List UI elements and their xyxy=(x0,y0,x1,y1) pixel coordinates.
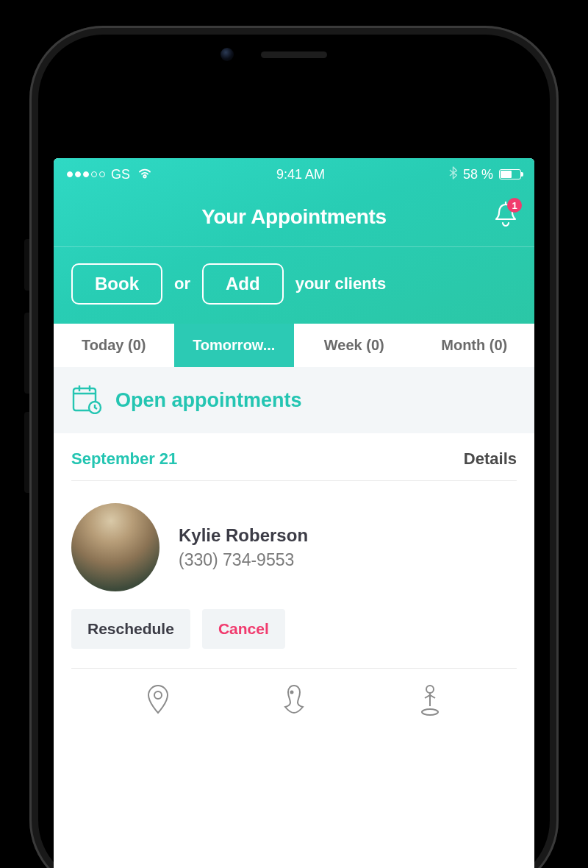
title-row: Your Appointments 1 xyxy=(54,191,534,246)
front-camera xyxy=(220,48,234,61)
notification-badge: 1 xyxy=(507,198,522,213)
tab-week[interactable]: Week (0) xyxy=(294,324,415,367)
nav-profile-icon[interactable] xyxy=(282,684,306,718)
nav-person-icon[interactable] xyxy=(417,683,442,719)
cancel-button[interactable]: Cancel xyxy=(202,609,285,649)
wifi-icon xyxy=(137,167,152,182)
client-row: Kylie Roberson (330) 734-9553 xyxy=(71,481,517,609)
battery-percent: 58 % xyxy=(463,167,493,182)
svg-point-3 xyxy=(290,691,293,694)
speaker-grill xyxy=(261,51,327,58)
tab-bar: Today (0) Tomorrow... Week (0) Month (0) xyxy=(54,324,534,367)
notifications-button[interactable]: 1 xyxy=(493,202,518,232)
details-link[interactable]: Details xyxy=(464,449,517,469)
nav-location-icon[interactable] xyxy=(146,684,171,718)
svg-point-2 xyxy=(154,691,162,699)
page-title: Your Appointments xyxy=(201,205,387,229)
client-info: Kylie Roberson (330) 734-9553 xyxy=(179,525,308,570)
phone-frame: GS 9:41 AM 58 % Your Appoin xyxy=(29,26,559,868)
bluetooth-icon xyxy=(449,166,457,183)
tab-tomorrow[interactable]: Tomorrow... xyxy=(174,324,295,367)
phone-notch xyxy=(261,51,327,58)
action-row: Book or Add your clients xyxy=(54,247,534,324)
action-suffix: your clients xyxy=(295,274,386,294)
screen: GS 9:41 AM 58 % Your Appoin xyxy=(54,158,534,868)
status-bar: GS 9:41 AM 58 % xyxy=(54,158,534,191)
tab-today[interactable]: Today (0) xyxy=(54,324,174,367)
client-phone: (330) 734-9553 xyxy=(179,550,308,570)
svg-point-4 xyxy=(426,686,434,693)
status-right: 58 % xyxy=(449,166,521,183)
date-row: September 21 Details xyxy=(71,433,517,481)
avatar[interactable] xyxy=(71,503,159,591)
calendar-clock-icon xyxy=(71,383,102,417)
book-button[interactable]: Book xyxy=(71,263,162,305)
add-button[interactable]: Add xyxy=(202,263,284,305)
appointment-actions: Reschedule Cancel xyxy=(71,609,517,669)
signal-strength-icon xyxy=(67,171,105,177)
open-appointments-header: Open appointments xyxy=(54,367,534,433)
battery-icon xyxy=(499,169,521,179)
bottom-nav xyxy=(54,669,534,719)
carrier-label: GS xyxy=(111,167,130,182)
or-label: or xyxy=(174,274,190,294)
clock: 9:41 AM xyxy=(276,167,325,182)
appointment-card: September 21 Details Kylie Roberson (330… xyxy=(54,433,534,669)
tab-month[interactable]: Month (0) xyxy=(415,324,535,367)
client-name: Kylie Roberson xyxy=(179,525,308,546)
appointment-date: September 21 xyxy=(71,449,177,469)
open-appointments-title: Open appointments xyxy=(115,389,302,412)
app-header: GS 9:41 AM 58 % Your Appoin xyxy=(54,158,534,324)
reschedule-button[interactable]: Reschedule xyxy=(71,609,190,649)
status-left: GS xyxy=(67,167,152,182)
